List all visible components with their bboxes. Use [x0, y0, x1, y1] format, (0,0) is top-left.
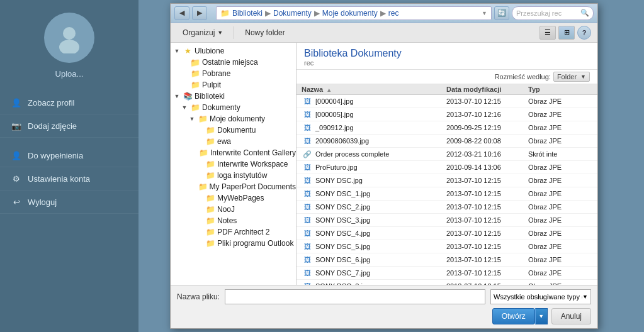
- file-row[interactable]: 🖼 SONY DSC_2.jpg 2013-07-10 12:15 Obraz …: [297, 201, 597, 214]
- file-row[interactable]: 🖼 SONY DSC_1.jpg 2013-07-10 12:15 Obraz …: [297, 187, 597, 201]
- folder-icon: 📁: [198, 182, 208, 191]
- sort-dropdown[interactable]: Folder ▼: [553, 72, 590, 82]
- file-name: 🔗 Order process complete: [302, 149, 446, 159]
- file-icon: 🖼: [302, 109, 313, 119]
- col-name-header[interactable]: Nazwa ▲: [302, 86, 446, 93]
- sort-row: Rozmieść według: Folder ▼: [297, 70, 597, 84]
- file-row[interactable]: 🖼 SONY DSC_6.jpg 2013-07-10 12:15 Obraz …: [297, 253, 597, 267]
- breadcrumb-part2: Dokumenty: [273, 9, 312, 18]
- folder-icon: 📁: [199, 148, 208, 157]
- tree-item-dokumenty[interactable]: ▼ 📁 Dokumenty: [171, 102, 296, 113]
- file-name: 🖼 SONY DSC.jpg: [302, 175, 446, 185]
- folder-icon: 📁: [205, 160, 215, 169]
- breadcrumb[interactable]: 📁 Biblioteki ▶ Dokumenty ▶ Moje dokument…: [216, 6, 492, 20]
- file-row[interactable]: 🖼 SONY DSC_7.jpg 2013-07-10 12:15 Obraz …: [297, 267, 597, 280]
- file-row[interactable]: 🖼 _090912.jpg 2009-09-25 12:19 Obraz JPE: [297, 121, 597, 135]
- file-name: 🖼 SONY DSC_5.jpg: [302, 241, 446, 252]
- tree-item-pdf-arch[interactable]: 📁 PDF Architect 2: [171, 226, 296, 238]
- tree-item-biblioteki[interactable]: ▼ 📚 Biblioteki: [171, 91, 296, 102]
- tree-item-ulubione[interactable]: ▼ ★ Ulubione: [171, 45, 296, 57]
- open-dropdown-arrow[interactable]: ▼: [535, 308, 548, 324]
- organize-arrow-icon: ▼: [217, 30, 223, 36]
- file-list-header: Nazwa ▲ Data modyfikacji Typ: [297, 84, 597, 95]
- menu-item-profil[interactable]: 👤 Zobacz profil: [0, 91, 138, 114]
- search-bar[interactable]: Przeszukaj rec 🔍: [512, 6, 594, 20]
- tree-item-ostatnie[interactable]: 📁 Ostatnie miejsca: [171, 57, 296, 68]
- file-row[interactable]: 🖼 SONY DSC_3.jpg 2013-07-10 12:15 Obraz …: [297, 214, 597, 227]
- cancel-button[interactable]: Anuluj: [551, 308, 591, 324]
- camera-icon: 📷: [10, 119, 23, 132]
- folder-icon: 📁: [190, 58, 200, 67]
- col-type-header[interactable]: Typ: [528, 86, 592, 93]
- title-bar: ◀ ▶ 📁 Biblioteki ▶ Dokumenty ▶ Moje doku…: [171, 4, 597, 23]
- file-icon: 🖼: [302, 268, 313, 278]
- tree-item-mywebpages[interactable]: 📁 MyWebPages: [171, 192, 296, 204]
- file-icon: 🖼: [302, 228, 313, 238]
- tree-item-notes[interactable]: 📁 Notes: [171, 215, 296, 226]
- file-name: 🖼 SONY DSC_2.jpg: [302, 202, 446, 212]
- tree-item-loga[interactable]: 📁 loga instytutów: [171, 170, 296, 181]
- tree-item-interwrite-cg[interactable]: 📁 Interwrite Content Gallery: [171, 147, 296, 158]
- col-date-header[interactable]: Data modyfikacji: [446, 86, 528, 93]
- file-row[interactable]: 🖼 SONY DSC.jpg 2013-07-10 12:15 Obraz JP…: [297, 174, 597, 187]
- svg-point-0: [63, 27, 76, 40]
- file-name: 🖼 SONY DSC_7.jpg: [302, 268, 446, 278]
- breadcrumb-part3: Moje dokumenty: [322, 9, 378, 18]
- file-list: 🖼 [000004].jpg 2013-07-10 12:15 Obraz JP…: [297, 95, 597, 285]
- file-row[interactable]: 🖼 [000005].jpg 2013-07-10 12:16 Obraz JP…: [297, 108, 597, 121]
- file-name: 🖼 SONY DSC_6.jpg: [302, 255, 446, 265]
- help-button[interactable]: ?: [577, 26, 591, 40]
- left-menu: 👤 Zobacz profil 📷 Dodaj zdjęcie 👤 Do wyp…: [0, 91, 138, 214]
- refresh-button[interactable]: 🔄: [494, 6, 509, 20]
- tree-item-dokumentu[interactable]: 📁 Dokumentu: [171, 124, 296, 136]
- tree-item-pobrane[interactable]: 📁 Pobrane: [171, 68, 296, 79]
- tree-item-ewa[interactable]: 📁 ewa: [171, 136, 296, 147]
- forward-button[interactable]: ▶: [192, 6, 207, 20]
- file-type: Obraz JPE: [528, 124, 592, 131]
- file-row[interactable]: 🖼 SONY DSC_8.jpg 2013-07-10 12:15 Obraz …: [297, 280, 597, 285]
- menu-item-ustawienia[interactable]: ⚙ Ustawienia konta: [0, 167, 138, 191]
- file-type: Obraz JPE: [528, 203, 592, 211]
- view-list-button[interactable]: ☰: [539, 26, 556, 40]
- file-type: Obraz JPE: [528, 111, 592, 118]
- tree-item-interwrite-ws[interactable]: 📁 Interwrite Workspace: [171, 158, 296, 170]
- new-folder-button[interactable]: Nowy folder: [239, 26, 290, 40]
- menu-item-zdjecie[interactable]: 📷 Dodaj zdjęcie: [0, 114, 138, 138]
- tree-item-nooj[interactable]: 📁 NooJ: [171, 204, 296, 215]
- tree-item-moje-dok[interactable]: ▼ 📁 Moje dokumenty: [171, 113, 296, 124]
- filetype-dropdown[interactable]: Wszystkie obsługiwane typy (*.j ▼: [490, 289, 591, 304]
- folder-icon: 📁: [198, 114, 208, 123]
- organize-button[interactable]: Organizuj ▼: [177, 26, 229, 40]
- back-button[interactable]: ◀: [174, 6, 189, 20]
- view-details-button[interactable]: ⊞: [558, 26, 575, 40]
- file-row[interactable]: 🖼 SONY DSC_5.jpg 2013-07-10 12:15 Obraz …: [297, 240, 597, 253]
- filetype-value: Wszystkie obsługiwane typy (*.j: [494, 293, 582, 301]
- file-name: 🖼 SONY DSC_3.jpg: [302, 215, 446, 225]
- menu-item-wypelnienia[interactable]: 👤 Do wypełnienia: [0, 144, 138, 167]
- open-button[interactable]: Otwórz: [492, 308, 535, 324]
- file-type: Obraz JPE: [528, 243, 592, 250]
- file-row[interactable]: 🖼 SONY DSC_4.jpg 2013-07-10 12:15 Obraz …: [297, 227, 597, 240]
- file-row[interactable]: 🖼 20090806039.jpg 2009-08-22 00:08 Obraz…: [297, 135, 597, 148]
- file-date: 2009-09-25 12:19: [446, 124, 528, 131]
- file-row[interactable]: 🖼 ProFuturo.jpg 2010-09-14 13:06 Obraz J…: [297, 161, 597, 174]
- file-icon: 🖼: [302, 189, 313, 199]
- file-type: Obraz JPE: [528, 177, 592, 184]
- filetype-arrow-icon: ▼: [582, 294, 588, 300]
- folder-icon: 📁: [205, 239, 215, 248]
- action-row: Otwórz ▼ Anuluj: [177, 308, 591, 324]
- filename-input[interactable]: [225, 289, 485, 304]
- folder-icon: 📁: [205, 126, 215, 135]
- file-row[interactable]: 🖼 [000004].jpg 2013-07-10 12:15 Obraz JP…: [297, 95, 597, 108]
- folder-icon: 📁: [190, 103, 200, 112]
- tree-item-pliki-outlook[interactable]: 📁 Pliki programu Outlook: [171, 238, 296, 249]
- file-row[interactable]: 🔗 Order process complete 2012-03-21 10:1…: [297, 148, 597, 161]
- file-date: 2013-07-10 12:15: [446, 177, 528, 184]
- breadcrumb-part1: Biblioteki: [232, 9, 263, 18]
- menu-item-wyloguj[interactable]: ↩ Wyloguj: [0, 191, 138, 214]
- folder-icon: 📁: [205, 216, 215, 225]
- file-type: Obraz JPE: [528, 269, 592, 277]
- tree-item-pulpit[interactable]: 📁 Pulpit: [171, 79, 296, 91]
- file-date: 2013-07-10 12:15: [446, 216, 528, 224]
- tree-item-paperport[interactable]: 📁 My PaperPort Documents: [171, 181, 296, 192]
